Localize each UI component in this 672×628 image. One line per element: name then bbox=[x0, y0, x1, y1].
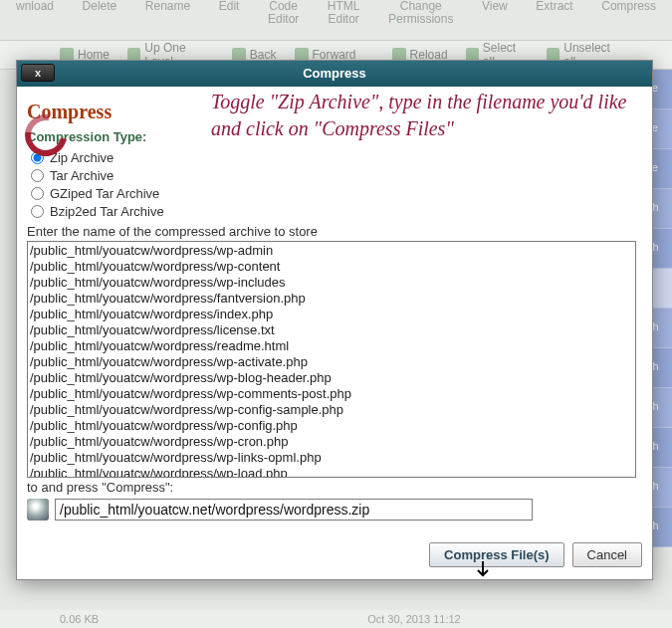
radio-bzip2-input[interactable] bbox=[31, 205, 44, 218]
compress-dialog: x Compress Compress Compression Type: Zi… bbox=[16, 60, 653, 580]
compress-files-button[interactable]: Compress File(s) bbox=[429, 542, 563, 567]
file-list-item[interactable]: /public_html/youatcw/wordpress/fantversi… bbox=[30, 291, 633, 307]
radio-bzip2[interactable]: Bzip2ed Tar Archive bbox=[31, 202, 642, 220]
radio-bzip2-label: Bzip2ed Tar Archive bbox=[50, 204, 164, 219]
file-list-item[interactable]: /public_html/youatcw/wordpress/wp-conten… bbox=[30, 259, 633, 275]
radio-gzip-label: GZiped Tar Archive bbox=[50, 186, 159, 201]
compress-heading: Compress bbox=[27, 101, 642, 123]
radio-zip[interactable]: Zip Archive bbox=[31, 148, 642, 166]
enter-archive-label: Enter the name of the compressed archive… bbox=[27, 224, 642, 239]
tb-extract[interactable]: Extract bbox=[532, 0, 576, 13]
bg-statusbar: 0.06 KB Oct 30, 2013 11:12 bbox=[0, 610, 672, 628]
radio-tar[interactable]: Tar Archive bbox=[31, 166, 642, 184]
radio-tar-input[interactable] bbox=[31, 169, 44, 182]
tb-change-perm[interactable]: ChangePermissions bbox=[384, 0, 457, 26]
file-list-item[interactable]: /public_html/youatcw/wordpress/index.php bbox=[30, 307, 633, 322]
bg-top-toolbar: wnload Delete Rename Edit CodeEditor HTM… bbox=[0, 0, 672, 40]
cancel-button[interactable]: Cancel bbox=[572, 542, 642, 567]
file-list-item[interactable]: /public_html/youatcw/wordpress/readme.ht… bbox=[30, 338, 633, 354]
file-list-item[interactable]: /public_html/youatcw/wordpress/wp-config… bbox=[30, 418, 633, 434]
dialog-titlebar: x Compress bbox=[17, 61, 652, 87]
file-list-item[interactable]: /public_html/youatcw/wordpress/wp-admin bbox=[30, 243, 633, 259]
compression-type-label: Compression Type: bbox=[27, 129, 642, 144]
dialog-title: Compress bbox=[303, 66, 366, 81]
home-icon bbox=[27, 499, 49, 521]
file-list-item[interactable]: /public_html/youatcw/wordpress/wp-load.p… bbox=[30, 466, 633, 478]
radio-zip-input[interactable] bbox=[31, 151, 44, 164]
status-date: Oct 30, 2013 11:12 bbox=[367, 613, 461, 625]
tb-html-editor[interactable]: HTMLEditor bbox=[324, 0, 364, 26]
file-list-textarea[interactable]: /public_html/youatcw/wordpress/wp-admin/… bbox=[27, 241, 636, 478]
file-list-item[interactable]: /public_html/youatcw/wordpress/wp-activa… bbox=[30, 354, 633, 370]
file-list-item[interactable]: /public_html/youatcw/wordpress/license.t… bbox=[30, 322, 633, 338]
file-list-item[interactable]: /public_html/youatcw/wordpress/wp-includ… bbox=[30, 275, 633, 291]
tb-download[interactable]: wnload bbox=[12, 0, 58, 13]
radio-zip-label: Zip Archive bbox=[50, 150, 113, 165]
tb-edit[interactable]: Edit bbox=[215, 0, 244, 13]
tb-compress[interactable]: Compress bbox=[597, 0, 660, 13]
file-list-item[interactable]: /public_html/youatcw/wordpress/wp-blog-h… bbox=[30, 370, 633, 386]
destination-path-input[interactable] bbox=[55, 499, 533, 521]
file-list-item[interactable]: /public_html/youatcw/wordpress/wp-config… bbox=[30, 402, 633, 418]
tb-rename[interactable]: Rename bbox=[141, 0, 194, 13]
tb-delete[interactable]: Delete bbox=[79, 0, 121, 13]
radio-gzip-input[interactable] bbox=[31, 187, 44, 200]
tb-view[interactable]: View bbox=[478, 0, 512, 13]
tb-code-editor[interactable]: CodeEditor bbox=[264, 0, 303, 26]
file-list-item[interactable]: /public_html/youatcw/wordpress/wp-commen… bbox=[30, 386, 633, 402]
radio-tar-label: Tar Archive bbox=[50, 168, 113, 183]
to-and-press-label: to and press "Compress": bbox=[27, 480, 642, 495]
close-button[interactable]: x bbox=[21, 64, 55, 82]
status-size: 0.06 KB bbox=[60, 613, 99, 625]
radio-gzip[interactable]: GZiped Tar Archive bbox=[31, 184, 642, 202]
file-list-item[interactable]: /public_html/youatcw/wordpress/wp-links-… bbox=[30, 450, 633, 466]
file-list-item[interactable]: /public_html/youatcw/wordpress/wp-cron.p… bbox=[30, 434, 633, 450]
